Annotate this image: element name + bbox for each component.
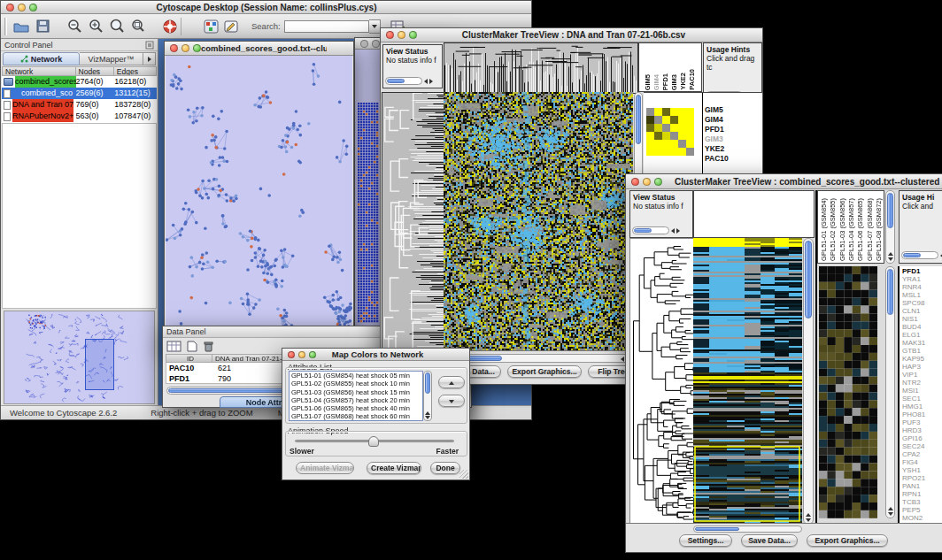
tv1-heatmap[interactable] bbox=[444, 92, 633, 352]
gene-label[interactable]: PEP5 bbox=[902, 506, 942, 514]
gene-label[interactable]: MAK31 bbox=[902, 339, 942, 347]
tv1-hscrollbar[interactable] bbox=[444, 354, 633, 363]
float-panel-icon[interactable] bbox=[145, 41, 154, 50]
network-overview-panel[interactable] bbox=[4, 311, 155, 404]
tv1-column-dendrogram[interactable] bbox=[444, 42, 638, 94]
delete-attribute-icon[interactable] bbox=[203, 341, 214, 352]
zoom-button[interactable] bbox=[409, 31, 417, 39]
close-button[interactable] bbox=[6, 4, 14, 12]
network-row[interactable]: combined_scores 2764(0) 16218(0) bbox=[2, 76, 157, 88]
gene-label[interactable]: GIM3 bbox=[705, 134, 729, 144]
zoom-button[interactable] bbox=[654, 178, 662, 186]
gene-label[interactable]: MON2 bbox=[902, 514, 942, 522]
gene-label[interactable]: YKE2 bbox=[705, 144, 729, 154]
gene-label[interactable]: PUF3 bbox=[902, 418, 942, 426]
gene-label[interactable]: SEC1 bbox=[902, 395, 942, 403]
close-button[interactable] bbox=[386, 31, 394, 39]
gene-label[interactable]: YRA1 bbox=[902, 275, 942, 283]
gene-label[interactable]: MSL1 bbox=[902, 291, 942, 299]
column-label[interactable]: GPL51-01 (GSM854) bbox=[820, 198, 828, 261]
gene-label[interactable]: PAC10 bbox=[705, 154, 729, 164]
attribute-item[interactable]: GPL51-01 (GSM854) heat shock 05 min bbox=[291, 372, 422, 380]
search-input[interactable] bbox=[284, 20, 369, 33]
minimize-button[interactable] bbox=[298, 351, 305, 358]
gene-label[interactable]: SPC98 bbox=[902, 299, 942, 307]
treeview-button[interactable]: Save Data... bbox=[741, 534, 798, 547]
gene-label[interactable]: GTB1 bbox=[902, 347, 942, 355]
column-label[interactable]: PAC10 bbox=[688, 69, 696, 90]
minimize-button[interactable] bbox=[643, 178, 651, 186]
tv2-heatmap[interactable] bbox=[693, 238, 802, 525]
gene-label[interactable]: PAN1 bbox=[902, 482, 942, 490]
column-label[interactable]: YKE2 bbox=[679, 73, 687, 90]
gene-label[interactable]: FIG4 bbox=[902, 458, 942, 466]
main-titlebar[interactable]: Cytoscape Desktop (Session Name: collins… bbox=[1, 1, 531, 14]
tv1-row-dendrogram[interactable] bbox=[382, 92, 444, 354]
gene-label[interactable]: PFD1 bbox=[902, 267, 942, 275]
column-label[interactable]: GIM5 bbox=[644, 74, 652, 90]
network1-titlebar[interactable]: combined_scores_good.txt--cluste... bbox=[165, 42, 353, 56]
overview-viewport-rect[interactable] bbox=[85, 339, 114, 390]
attribute-item[interactable]: GPL51-03 (GSM856) heat shock 15 min bbox=[291, 388, 422, 396]
tv2-vscrollbar[interactable] bbox=[803, 238, 814, 525]
attribute-item[interactable]: GPL51-02 (GSM855) heat shock 10 min bbox=[291, 380, 422, 387]
column-network[interactable]: Network bbox=[3, 67, 76, 75]
view-status-scrollbar[interactable] bbox=[632, 226, 680, 234]
slider-thumb[interactable] bbox=[368, 436, 379, 447]
resize-grip[interactable] bbox=[459, 470, 468, 479]
minimize-button[interactable] bbox=[398, 31, 405, 39]
network-row[interactable]: DNA and Tran 07 769(0) 183728(0) bbox=[2, 99, 157, 111]
tab-vizmapper[interactable]: VizMapper™ bbox=[80, 52, 143, 65]
tv2-hscrollbar[interactable] bbox=[693, 525, 802, 533]
network2-canvas[interactable] bbox=[358, 103, 379, 324]
treeview1-titlebar[interactable]: ClusterMaker TreeView : DNA and Tran 07-… bbox=[381, 28, 762, 42]
tv2-labels-scrollbar[interactable] bbox=[885, 190, 895, 264]
attribute-item[interactable]: GPL51-07 (GSM868) heat shock 60 min bbox=[291, 412, 422, 420]
gene-label[interactable]: KAP95 bbox=[902, 355, 942, 363]
zoom-selected-button[interactable] bbox=[127, 17, 149, 36]
gene-label[interactable]: RPO21 bbox=[902, 474, 942, 482]
gene-label[interactable]: YSH1 bbox=[902, 466, 942, 474]
gene-label[interactable]: GPI16 bbox=[902, 434, 942, 442]
move-up-button[interactable] bbox=[438, 376, 465, 388]
usage-hints-scrollbar[interactable] bbox=[901, 251, 942, 259]
tv2-detail-heatmap[interactable] bbox=[819, 266, 877, 518]
gene-label[interactable]: CPA2 bbox=[902, 450, 942, 458]
save-session-button[interactable] bbox=[32, 17, 53, 36]
attribute-item[interactable]: GPL51-06 (GSM865) heat shock 40 min bbox=[291, 404, 422, 412]
gene-label[interactable]: PHO81 bbox=[902, 410, 942, 418]
attribute-list-scrollbar[interactable] bbox=[423, 371, 432, 421]
gene-label[interactable]: MSI1 bbox=[902, 387, 942, 395]
treeview-button[interactable]: Settings... bbox=[679, 534, 732, 547]
gene-label[interactable]: GIM4 bbox=[705, 115, 729, 125]
speed-slider[interactable] bbox=[295, 440, 454, 442]
treeview-button[interactable]: Export Graphics... bbox=[507, 365, 582, 378]
gene-label[interactable]: NTR2 bbox=[902, 379, 942, 387]
zoom-button[interactable] bbox=[193, 44, 201, 52]
minimize-button[interactable] bbox=[18, 4, 26, 12]
view-status-scrollbar[interactable] bbox=[385, 77, 433, 85]
zoom-fit-button[interactable] bbox=[106, 17, 127, 36]
minimize-button[interactable] bbox=[181, 44, 189, 52]
new-attribute-icon[interactable] bbox=[187, 341, 197, 352]
treeview2-titlebar[interactable]: ClusterMaker TreeView : combined_scores_… bbox=[626, 174, 942, 189]
column-label[interactable]: GPL51-04 (GSM857) bbox=[847, 198, 855, 261]
gene-label[interactable]: PFD1 bbox=[705, 125, 729, 134]
gene-label[interactable]: RPN1 bbox=[902, 490, 942, 498]
animate-vizmap-button[interactable]: Animate Vizmap bbox=[296, 462, 354, 474]
zoom-in-button[interactable] bbox=[85, 17, 106, 36]
gene-label[interactable]: RNR4 bbox=[902, 283, 942, 291]
zoom-out-button[interactable] bbox=[64, 17, 85, 36]
done-button[interactable]: Done bbox=[430, 462, 460, 474]
zoom-button[interactable] bbox=[29, 4, 37, 12]
gene-label[interactable]: HRD3 bbox=[902, 426, 942, 434]
column-label[interactable]: GPL51-07 (GSM868) bbox=[866, 198, 874, 261]
minimize-button[interactable] bbox=[372, 40, 380, 48]
zoom-button[interactable] bbox=[309, 351, 316, 358]
column-edges[interactable]: Edges bbox=[114, 67, 156, 75]
gene-label[interactable]: HMG1 bbox=[902, 403, 942, 410]
dialog-titlebar[interactable]: Map Colors to Network bbox=[282, 349, 469, 361]
open-session-button[interactable] bbox=[11, 17, 32, 36]
gene-label[interactable]: NIS1 bbox=[902, 315, 942, 323]
gene-label[interactable]: HAP3 bbox=[902, 363, 942, 371]
